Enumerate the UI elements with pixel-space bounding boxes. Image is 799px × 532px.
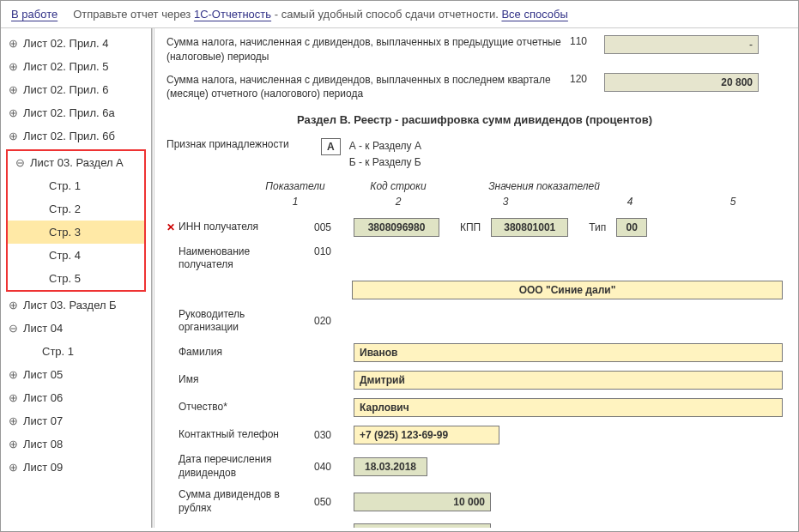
expand-icon[interactable]: ⊕ — [8, 62, 18, 72]
sidebar-page[interactable]: Стр. 2 — [8, 197, 144, 221]
name-label: Имя — [179, 373, 314, 387]
surname-label: Фамилия — [179, 346, 314, 360]
legend-a: А - к Разделу А — [349, 138, 421, 154]
label-110: Сумма налога, начисленная с дивидендов, … — [166, 35, 570, 64]
sidebar-item[interactable]: ⊕Лист 02. Прил. 6а — [1, 101, 151, 124]
name-field[interactable]: Дмитрий — [354, 371, 783, 390]
sidebar-item[interactable]: ⊕Лист 08 — [1, 432, 151, 456]
header-2: Код строки — [347, 180, 450, 192]
subheader-4: 4 — [561, 196, 699, 208]
top-text1: Отправьте отчет через — [73, 8, 194, 21]
type-field[interactable]: 00 — [616, 218, 647, 237]
sidebar-item-label: Лист 02. Прил. 6б — [23, 130, 115, 142]
expand-icon[interactable]: ⊕ — [8, 300, 18, 311]
label-120: Сумма налога, начисленная с дивидендов, … — [166, 73, 570, 102]
sumdiv-field[interactable]: 10 000 — [354, 493, 491, 511]
sidebar-item-label: Лист 02. Прил. 6 — [23, 83, 108, 96]
subheader-1: 1 — [244, 196, 347, 208]
date-label: Дата перечисления дивидендов — [179, 453, 314, 480]
sidebar-page[interactable]: Стр. 5 — [8, 267, 144, 290]
expand-icon[interactable]: ⊕ — [8, 108, 18, 118]
patronymic-label: Отчество* — [179, 401, 314, 414]
date-field[interactable]: 18.03.2018 — [354, 457, 427, 476]
table-subheaders: 1 2 3 4 5 — [166, 196, 783, 208]
director-code: 020 — [314, 315, 354, 327]
top-link2[interactable]: Все способы — [501, 8, 567, 21]
phone-label: Контактный телефон — [179, 428, 314, 442]
sidebar-page[interactable]: Стр. 4 — [8, 244, 144, 267]
expand-icon[interactable]: ⊕ — [8, 462, 18, 473]
top-text2: - самый удобный способ сдачи отчетности. — [271, 8, 501, 21]
field-120[interactable]: 20 800 — [604, 73, 759, 92]
sumtax-field[interactable]: 1 300 — [354, 523, 491, 528]
sumtax-label: Сумма налога в рублях — [179, 527, 314, 528]
top-link1[interactable]: 1С-Отчетность — [194, 8, 271, 21]
kpp-label: КПП — [460, 221, 481, 233]
code-120: 120 — [570, 73, 604, 85]
recipient-code: 010 — [314, 245, 354, 257]
expand-icon[interactable]: ⊕ — [8, 131, 18, 142]
sidebar-item-label: Лист 03. Раздел Б — [23, 299, 117, 311]
sidebar-item-label: Лист 05 — [23, 368, 63, 381]
sidebar-item[interactable]: ⊕Лист 02. Прил. 4 — [1, 32, 151, 55]
inn-field[interactable]: 3808096980 — [354, 218, 439, 237]
legend-b: Б - к Разделу Б — [349, 154, 421, 171]
sidebar-item[interactable]: ⊕Лист 03. Раздел Б — [1, 293, 151, 317]
collapse-icon[interactable]: ⊖ — [8, 323, 18, 334]
header-1: Показатели — [244, 180, 347, 192]
sidebar-item-label: Лист 03. Раздел А — [30, 156, 124, 169]
field-110[interactable]: - — [604, 35, 759, 54]
phone-code: 030 — [314, 429, 354, 441]
expand-icon[interactable]: ⊕ — [8, 416, 18, 426]
sidebar-item[interactable]: ⊕Лист 02. Прил. 6 — [1, 78, 151, 101]
sidebar-item-label: Лист 09 — [23, 461, 63, 474]
sumtax-code: 060 — [314, 527, 354, 528]
sidebar-item-label: Лист 02. Прил. 6а — [23, 106, 115, 119]
recipient-label: Наименование получателя — [179, 245, 314, 272]
sidebar: ⊕Лист 02. Прил. 4 ⊕Лист 02. Прил. 5 ⊕Лис… — [1, 28, 152, 528]
subheader-3: 3 — [450, 196, 561, 208]
sidebar-item-label: Лист 02. Прил. 5 — [23, 60, 108, 73]
expand-icon[interactable]: ⊕ — [8, 439, 18, 450]
expand-icon[interactable]: ⊕ — [8, 85, 18, 95]
sidebar-item[interactable]: ⊕Лист 02. Прил. 6б — [1, 124, 151, 148]
top-bar: В работе Отправьте отчет через 1С-Отчетн… — [1, 1, 798, 28]
sumdiv-label: Сумма дивидендов в рублях — [179, 488, 314, 515]
type-label: Тип — [589, 221, 606, 233]
expand-icon[interactable]: ⊕ — [8, 370, 18, 380]
sidebar-item[interactable]: ⊖Лист 04 — [1, 317, 151, 340]
attr-value[interactable]: А — [321, 138, 341, 155]
main-content: Сумма налога, начисленная с дивидендов, … — [152, 28, 798, 528]
sidebar-item-label: Лист 07 — [23, 414, 63, 427]
recipient-field[interactable]: ООО "Синие дали" — [352, 281, 783, 299]
table-headers: Показатели Код строки Значения показател… — [166, 180, 783, 192]
attr-legend: А - к Разделу А Б - к Разделу Б — [349, 138, 421, 171]
sidebar-item[interactable]: ⊕Лист 09 — [1, 456, 151, 479]
status-link[interactable]: В работе — [11, 8, 58, 21]
expand-icon[interactable]: ⊕ — [8, 39, 18, 49]
sidebar-item-razdel-a[interactable]: ⊖Лист 03. Раздел А — [8, 151, 144, 174]
inn-code: 005 — [314, 221, 354, 233]
code-110: 110 — [570, 35, 604, 47]
sidebar-page[interactable]: Стр. 1 — [8, 174, 144, 197]
sidebar-page[interactable]: Стр. 1 — [1, 340, 151, 363]
sidebar-item[interactable]: ⊕Лист 07 — [1, 409, 151, 432]
sidebar-item[interactable]: ⊕Лист 06 — [1, 386, 151, 409]
delete-icon[interactable]: ✕ — [166, 221, 175, 233]
sidebar-item[interactable]: ⊕Лист 02. Прил. 5 — [1, 55, 151, 78]
expand-icon[interactable]: ⊕ — [8, 393, 18, 403]
subheader-2: 2 — [347, 196, 450, 208]
attr-label: Признак принадлежности — [166, 138, 321, 150]
sidebar-item[interactable]: ⊕Лист 05 — [1, 363, 151, 386]
patronymic-field[interactable]: Карлович — [354, 398, 783, 417]
sidebar-item-label: Лист 08 — [23, 438, 63, 450]
surname-field[interactable]: Иванов — [354, 343, 783, 362]
sidebar-item-label: Лист 02. Прил. 4 — [23, 37, 108, 50]
phone-field[interactable]: +7 (925) 123-69-99 — [354, 426, 499, 444]
section-title: Раздел В. Реестр - расшифровка сумм диви… — [166, 113, 783, 126]
sidebar-item-label: Лист 04 — [23, 322, 63, 335]
collapse-icon[interactable]: ⊖ — [15, 158, 25, 168]
sidebar-page-selected[interactable]: Стр. 3 — [8, 221, 144, 244]
kpp-field[interactable]: 380801001 — [491, 218, 568, 237]
sumdiv-code: 050 — [314, 496, 354, 508]
